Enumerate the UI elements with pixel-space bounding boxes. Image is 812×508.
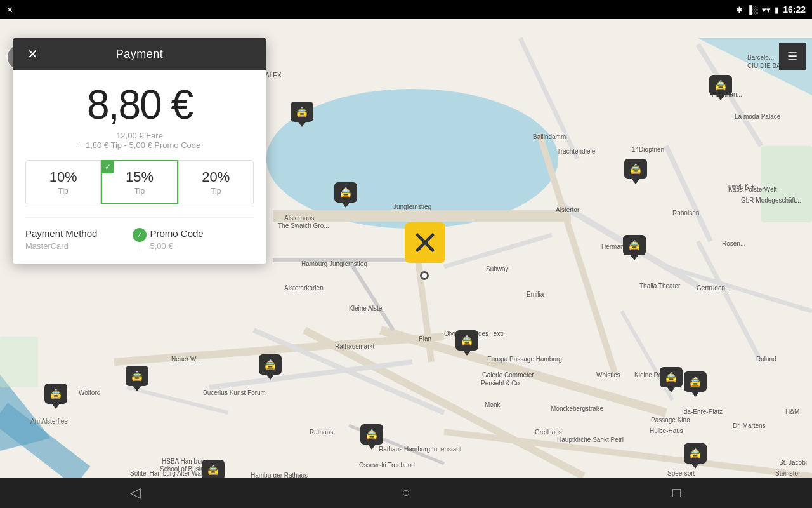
taxi-car-icon: 🚖	[665, 371, 678, 384]
tip-20-button[interactable]: 20% Tip	[178, 160, 254, 204]
panel-title: Payment	[116, 48, 164, 61]
map-label-37: Bucerius Kunst Forum	[203, 389, 266, 396]
map-label-51: Neuer W...	[171, 356, 201, 363]
svg-marker-2	[0, 375, 51, 451]
taxi-box: 🚖	[259, 354, 282, 375]
svg-line-16	[209, 362, 412, 387]
taxi-box: 🚖	[360, 424, 383, 444]
taxi-triangle	[133, 386, 141, 391]
tip-20-label: Tip	[211, 187, 221, 196]
map-label-43: Gertruden...	[697, 284, 730, 291]
wifi-icon: ▾▾	[762, 5, 771, 15]
svg-line-23	[539, 133, 615, 375]
taxi-box: 🚖	[660, 367, 683, 387]
home-button[interactable]: ○	[387, 478, 425, 508]
svg-line-3	[0, 413, 82, 476]
map-label-21: Trachtendiele	[557, 148, 595, 155]
map-label-4: Alsterarkaden	[284, 284, 324, 291]
close-button[interactable]: ✕	[23, 44, 42, 64]
map-label-14: Whistles	[596, 371, 620, 378]
payment-panel: ✕ Payment 8,80 € 12,00 € Fare + 1,80 € T…	[13, 38, 266, 264]
tip-15-label: Tip	[134, 187, 145, 196]
map-label-34: Rathaus Hamburg Innenstadt	[379, 446, 462, 453]
map-label-11: Europa Passage Hamburg	[487, 356, 562, 363]
map-label-26: Grellhaus	[535, 429, 562, 436]
taxi-car-icon: 🚖	[714, 79, 727, 91]
taxi-car-icon: 🚖	[339, 187, 352, 199]
taxi-triangle	[632, 179, 639, 184]
taxi-marker-7: 🚖	[660, 367, 683, 392]
svg-rect-25	[761, 146, 812, 222]
taxi-box: 🚖	[684, 371, 707, 392]
taxi-triangle	[52, 404, 60, 409]
taxi-triangle	[266, 375, 274, 380]
taxi-marker-6: 🚖	[455, 330, 478, 356]
status-bar-left: ✕	[6, 5, 13, 15]
taxi-car-icon: 🚖	[296, 106, 308, 118]
map-label-28: HSBA Hamburg	[162, 458, 207, 465]
svg-line-19	[254, 330, 444, 413]
bluetooth-icon: ✱	[736, 5, 743, 15]
map-label-49: Kabs PolsterWelt	[728, 186, 777, 193]
tip-20-percent: 20%	[202, 169, 230, 185]
map[interactable]: ALEXAlsterhausThe Swatch Gro...Jungferns…	[0, 19, 812, 508]
taxi-marker-13: 🚖	[684, 371, 707, 397]
taxi-triangle	[691, 392, 699, 397]
taxi-box: 🚖	[44, 384, 67, 404]
map-label-48: GbR Modegeschäft...	[741, 197, 801, 204]
taxi-car-icon: 🚖	[629, 163, 642, 175]
map-label-31: H&M	[785, 408, 799, 415]
fare-details: 12,00 € Fare + 1,80 € Tip - 5,00 € Promo…	[25, 131, 254, 150]
payment-row: Payment Method MasterCard ✓ Promo Code 5…	[25, 217, 254, 251]
taxi-marker-3: 🚖	[334, 182, 357, 208]
taxi-car-icon: 🚖	[49, 388, 62, 400]
main-price: 8,80 €	[25, 83, 254, 127]
taxi-triangle	[463, 351, 471, 356]
svg-rect-26	[0, 337, 38, 387]
tip-15-button[interactable]: ✓ 15% Tip	[101, 160, 178, 204]
menu-button[interactable]: ☰	[779, 43, 806, 70]
map-label-18: 14Dioptrien	[632, 146, 664, 153]
svg-line-17	[666, 267, 812, 311]
map-label-50: dwelt K +	[728, 183, 754, 190]
svg-line-5	[381, 330, 666, 413]
taxi-car-icon: 🚖	[264, 359, 277, 371]
map-label-5: Hamburg Jungfernstieg	[301, 260, 367, 267]
close-icon: ✕	[6, 5, 13, 15]
status-bar: ✕ ✱ ▐░ ▾▾ ▮ 16:22	[0, 0, 812, 19]
map-label-25: Ida-Ehre-Platz	[682, 408, 723, 415]
user-location-marker	[420, 271, 429, 280]
map-label-23: Monki	[485, 401, 502, 408]
svg-line-12	[666, 146, 710, 241]
taxi-marker-12: 🚖	[360, 424, 383, 450]
map-label-17: La moda Palace	[735, 113, 780, 120]
tip-10-button[interactable]: 10% Tip	[25, 160, 101, 204]
taxi-box: 🚖	[455, 330, 478, 351]
taxi-box: 🚖	[624, 159, 647, 179]
map-label-57: Hulbe-Haus	[650, 427, 683, 434]
taxi-marker-4: 🚖	[709, 75, 732, 100]
recent-apps-button[interactable]: □	[658, 478, 696, 508]
tip-15-percent: 15%	[126, 169, 154, 185]
promo-code-col: ✓ Promo Code 5,00 €	[140, 228, 254, 251]
taxi-car-icon: 🚖	[628, 239, 641, 251]
taxi-box: 🚖	[709, 75, 732, 95]
battery-icon: ▮	[775, 5, 779, 15]
map-label-33: Ossewski Treuhand	[359, 462, 415, 469]
map-label-36: Steinstor	[775, 470, 800, 477]
taxi-car-icon: 🚖	[365, 429, 378, 441]
map-label-46: Rosen...	[722, 240, 745, 247]
back-button[interactable]: ◁	[116, 478, 154, 508]
map-label-42: Raboisen	[672, 210, 699, 217]
promo-code-value: 5,00 €	[150, 241, 254, 251]
taxi-triangle	[631, 255, 638, 260]
promo-checkmark: ✓	[133, 228, 147, 242]
taxi-triangle	[298, 122, 306, 127]
svg-line-24	[520, 38, 577, 159]
signal-icon: ▐░	[747, 5, 758, 15]
taxi-triangle	[667, 387, 675, 392]
taxi-box: 🚖	[126, 366, 148, 386]
taxi-box: 🚖	[684, 443, 707, 464]
taxi-car-icon: 🚖	[689, 448, 702, 460]
payment-method-col: Payment Method MasterCard	[25, 228, 140, 251]
